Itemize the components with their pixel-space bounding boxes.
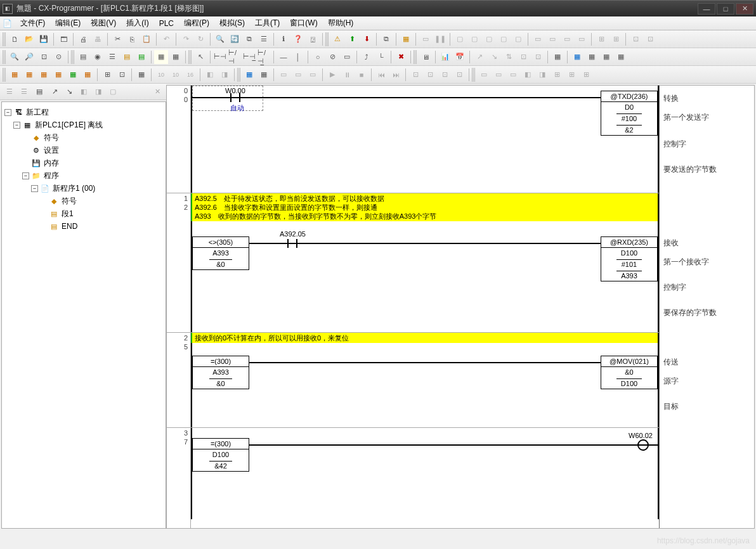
tb1h[interactable]: ▭ [531,32,545,46]
replace-icon[interactable]: 🔄 [228,32,242,46]
tb3b[interactable]: ▦ [22,68,36,82]
minimize-button[interactable]: — [698,3,715,15]
tb3q[interactable]: ⏸ [340,68,354,82]
tb3e[interactable]: ▦ [66,68,80,82]
tb1f[interactable]: ▢ [497,32,511,46]
tb3z[interactable]: ▭ [506,68,520,82]
tb3a[interactable]: ▦ [8,68,22,82]
tb2l[interactable]: 📅 [453,50,467,64]
tb2m[interactable]: ↗ [472,50,486,64]
zoom-out-icon[interactable]: 🔎 [22,50,36,64]
print-setup-icon[interactable]: 🖶 [91,32,105,46]
tree-root[interactable]: 新工程 [26,107,49,118]
tb1i[interactable]: ▭ [545,32,559,46]
rung-comment[interactable]: A392.5 处于待发送状态，即当前没发送数据，可以接收数据 A392.6 当接… [192,193,658,221]
compare-block[interactable]: =(300) D100 &42 [192,438,249,472]
redo-icon[interactable]: ↷ [179,32,193,46]
expand-icon[interactable]: − [22,172,29,179]
tb3-16[interactable]: 16 [183,68,197,82]
contact-no-icon[interactable]: ⊢⊣ [213,50,227,64]
tb3o[interactable]: ▭ [291,68,305,82]
xref-icon[interactable]: ⧉ [242,32,256,46]
tb3-10b[interactable]: 10 [169,68,183,82]
print-preview-icon[interactable]: 🗔 [56,32,70,46]
tree-item[interactable]: 程序 [44,171,59,181]
zoom-in-icon[interactable]: 🔍 [8,50,22,64]
tb2c[interactable]: ☰ [105,50,119,64]
cut-icon[interactable]: ✂ [110,32,124,46]
online-icon[interactable]: ⚠ [330,32,344,46]
pause-icon[interactable]: ❚❚ [433,32,447,46]
tb2n[interactable]: ↘ [487,50,501,64]
tree-sub[interactable]: 符号 [62,196,77,207]
menu-simulate[interactable]: 模拟(S) [214,16,250,30]
project-tree[interactable]: −🏗新工程 −▦新PLC1[CP1E] 离线 ◆符号 ⚙设置 💾内存 −📁程序 … [1,101,166,529]
tb2i[interactable]: └ [374,50,388,64]
tb1c[interactable]: ▢ [453,32,467,46]
maximize-button[interactable]: □ [717,3,734,15]
tb3d[interactable]: ▦ [51,68,65,82]
zoom-fit-icon[interactable]: ⊡ [37,50,51,64]
tree-sub[interactable]: 段1 [62,209,74,219]
tb1n[interactable]: ⊡ [629,32,642,46]
tb3aa[interactable]: ◧ [521,68,535,82]
tb2t[interactable]: ▦ [585,50,599,64]
tb1a[interactable]: ▭ [419,32,433,46]
tb3r[interactable]: ⏮ [374,68,388,82]
tb2r[interactable]: ▦ [551,50,564,64]
tb3v[interactable]: ⊡ [438,68,452,82]
paste-icon[interactable]: 📋 [140,32,153,46]
tb3ad[interactable]: ⊞ [564,68,578,82]
tb1o[interactable]: ⊡ [643,32,657,46]
vline-icon[interactable]: │ [291,50,305,64]
new-file-icon[interactable]: 🗋 [8,32,22,46]
tt-h[interactable]: ▢ [106,85,120,99]
expand-icon[interactable]: − [4,109,11,116]
tb1k[interactable]: ▭ [575,32,589,46]
expand-icon[interactable]: − [31,185,38,192]
tt-a[interactable]: ☰ [3,85,16,99]
tb3g[interactable]: ⊞ [100,68,114,82]
tt-d[interactable]: ↗ [48,85,62,99]
redo2-icon[interactable]: ↻ [193,32,207,46]
tree-item[interactable]: 内存 [44,158,59,169]
menu-view[interactable]: 视图(V) [86,16,121,30]
function-block[interactable]: @TXD(236) D0 #100 &2 [601,91,658,136]
tb2k[interactable]: 📊 [438,50,452,64]
info-icon[interactable]: ℹ [277,32,290,46]
tree-plc[interactable]: 新PLC1[CP1E] 离线 [35,120,103,131]
tt-e[interactable]: ↘ [62,85,76,99]
tb1e[interactable]: ▢ [482,32,496,46]
menu-tools[interactable]: 工具(T) [250,16,285,30]
transfer-down-icon[interactable]: ⬇ [360,32,374,46]
copy-icon[interactable]: ⎘ [125,32,139,46]
tb3ab[interactable]: ◨ [535,68,549,82]
zoom-100-icon[interactable]: ⊙ [51,50,65,64]
save-icon[interactable]: 💾 [37,32,51,46]
tb1j[interactable]: ▭ [560,32,574,46]
tb1m[interactable]: ⊞ [609,32,623,46]
tb2s[interactable]: ▦ [570,50,584,64]
print-icon[interactable]: 🖨 [76,32,90,46]
tree-item[interactable]: 符号 [44,132,59,143]
menu-window[interactable]: 窗口(W) [285,16,322,30]
tt-f[interactable]: ◧ [77,85,91,99]
compare-block[interactable]: <>(305) A393 &0 [192,236,249,270]
tb2p[interactable]: ⊡ [516,50,530,64]
tb2a[interactable]: ▤ [76,50,90,64]
monitor-icon[interactable]: ▦ [399,32,413,46]
tb3l[interactable]: ▦ [242,68,256,82]
function-block[interactable]: @RXD(235) D100 #101 A393 [601,236,658,281]
compare-block[interactable]: =(300) A393 &0 [192,356,249,389]
tb2v[interactable]: ▦ [614,50,628,64]
delete-icon[interactable]: ✖ [394,50,408,64]
tb2b[interactable]: ◉ [91,50,105,64]
tb3w[interactable]: ⊡ [452,68,466,82]
tb1g[interactable]: ▢ [511,32,525,46]
tb3h[interactable]: ⊡ [115,68,129,82]
tb2o[interactable]: ⇅ [502,50,516,64]
tb2e[interactable]: ▤ [134,50,148,64]
function-block[interactable]: @MOV(021) &0 D100 [601,356,658,389]
contact-nc-icon[interactable]: ⊢/⊣ [228,50,242,64]
select-tool-icon[interactable]: ↖ [193,50,207,64]
